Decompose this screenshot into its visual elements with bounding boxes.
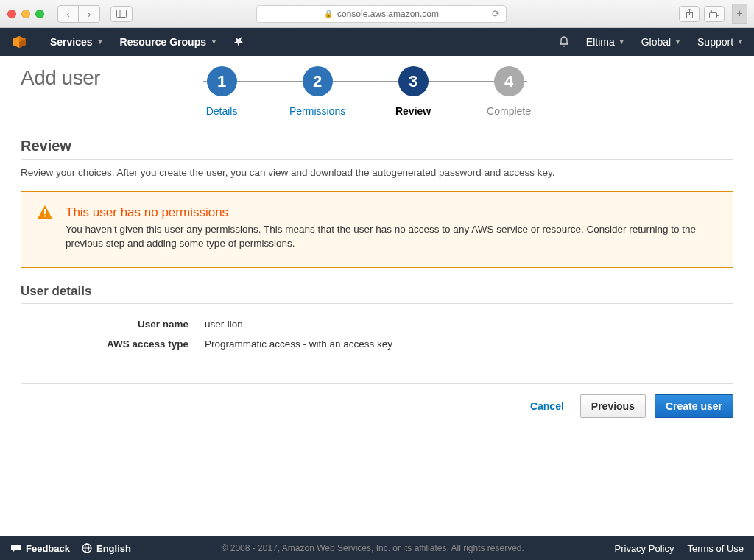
step-number: 2: [303, 66, 333, 96]
address-url: console.aws.amazon.com: [337, 9, 439, 19]
review-description: Review your choices. After you create th…: [21, 167, 733, 178]
services-label: Services: [50, 36, 93, 48]
resource-groups-label: Resource Groups: [120, 36, 206, 48]
step-label: Permissions: [289, 105, 345, 117]
account-label: Eltima: [586, 36, 615, 48]
page-content: Add user 1 Details 2 Permissions 3 Revie…: [0, 56, 754, 433]
tabs-icon: [709, 10, 719, 18]
new-tab-button[interactable]: +: [732, 4, 747, 24]
review-heading: Review: [21, 138, 733, 160]
step-label: Details: [206, 105, 238, 117]
window-zoom-icon[interactable]: [35, 10, 44, 18]
details-row: AWS access type Programmatic access - wi…: [21, 334, 733, 354]
address-bar[interactable]: 🔒 console.aws.amazon.com ⟳: [256, 5, 507, 23]
traffic-lights: [7, 10, 44, 18]
warning-alert: This user has no permissions You haven't…: [21, 191, 733, 268]
notifications-icon[interactable]: [558, 35, 570, 49]
svg-rect-0: [117, 10, 127, 18]
svg-rect-5: [710, 12, 717, 18]
back-button[interactable]: ‹: [58, 6, 79, 22]
support-label: Support: [697, 36, 733, 48]
chevron-down-icon: ▼: [619, 38, 625, 46]
wizard-step-permissions[interactable]: 2 Permissions: [284, 66, 350, 117]
browser-nav-buttons: ‹ ›: [57, 5, 100, 23]
user-details-heading: User details: [21, 284, 733, 304]
svg-rect-7: [44, 216, 46, 217]
browser-right-controls: +: [679, 4, 747, 24]
user-details-table: User name user-lion AWS access type Prog…: [21, 314, 733, 354]
account-menu[interactable]: Eltima ▼: [586, 36, 625, 48]
reload-button[interactable]: ⟳: [492, 8, 500, 19]
step-label: Complete: [487, 105, 531, 117]
details-key: User name: [21, 319, 205, 330]
alert-text: You haven't given this user any permissi…: [66, 223, 716, 251]
lock-icon: 🔒: [324, 10, 333, 18]
create-user-button[interactable]: Create user: [655, 394, 733, 418]
sidebar-icon: [116, 10, 127, 18]
browser-chrome: ‹ › 🔒 console.aws.amazon.com ⟳ +: [0, 0, 754, 28]
svg-rect-6: [44, 209, 46, 214]
support-menu[interactable]: Support ▼: [697, 36, 744, 48]
details-key: AWS access type: [21, 339, 205, 350]
page-title: Add user: [21, 66, 100, 90]
wizard-steps: 1 Details 2 Permissions 3 Review 4 Compl…: [188, 66, 733, 117]
details-value: Programmatic access - with an access key: [205, 339, 392, 350]
previous-button[interactable]: Previous: [580, 394, 646, 418]
wizard-step-complete: 4 Complete: [476, 66, 542, 117]
step-number: 1: [207, 66, 237, 96]
pin-icon[interactable]: [233, 36, 244, 49]
warning-icon: [38, 205, 52, 251]
wizard-step-review: 3 Review: [380, 66, 446, 117]
chevron-down-icon: ▼: [97, 38, 104, 46]
step-number: 4: [494, 66, 524, 96]
details-value: user-lion: [205, 319, 243, 330]
share-icon: [686, 9, 694, 18]
show-tabs-button[interactable]: [704, 6, 725, 22]
details-row: User name user-lion: [21, 314, 733, 334]
chevron-down-icon: ▼: [737, 38, 744, 46]
cancel-button[interactable]: Cancel: [523, 395, 571, 417]
forward-button[interactable]: ›: [79, 6, 99, 22]
aws-logo-icon[interactable]: [10, 33, 28, 51]
wizard-step-details[interactable]: 1 Details: [188, 66, 255, 117]
window-close-icon[interactable]: [7, 10, 16, 18]
chevron-down-icon: ▼: [211, 38, 217, 46]
aws-top-nav: Services ▼ Resource Groups ▼ Eltima ▼ Gl…: [0, 28, 754, 56]
services-menu[interactable]: Services ▼: [50, 36, 104, 48]
resource-groups-menu[interactable]: Resource Groups ▼: [120, 36, 217, 48]
step-number: 3: [398, 66, 429, 96]
chevron-down-icon: ▼: [674, 38, 681, 46]
share-button[interactable]: [679, 6, 700, 22]
region-menu[interactable]: Global ▼: [641, 36, 681, 48]
show-sidebar-button[interactable]: [110, 6, 133, 22]
alert-title: This user has no permissions: [66, 205, 716, 220]
step-label: Review: [395, 105, 431, 117]
action-bar: Cancel Previous Create user: [21, 383, 733, 418]
window-minimize-icon[interactable]: [21, 10, 30, 18]
region-label: Global: [641, 36, 671, 48]
